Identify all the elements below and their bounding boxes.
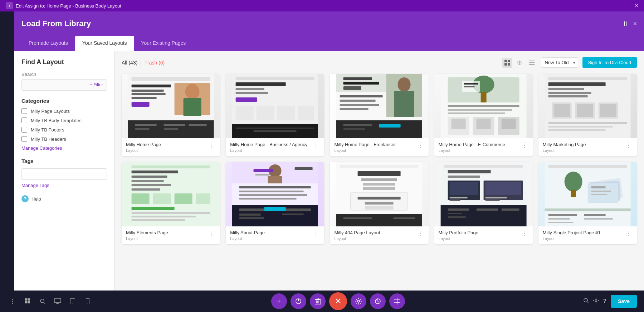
top-bar-close[interactable]: × xyxy=(635,3,638,9)
svg-rect-52 xyxy=(343,128,365,130)
svg-rect-107 xyxy=(239,186,311,188)
layout-card-5[interactable]: Milly Marketing Page Layout ⋮ xyxy=(538,74,637,156)
svg-rect-51 xyxy=(343,124,372,126)
layout-card-10[interactable]: Milly Single Project Page #1 Layout ⋮ xyxy=(538,162,637,244)
card-more-3[interactable]: ⋮ xyxy=(416,142,424,148)
svg-rect-63 xyxy=(448,112,505,114)
history-button[interactable] xyxy=(370,293,386,309)
filter-label[interactable]: + Filter xyxy=(90,82,103,87)
layout-button[interactable] xyxy=(389,293,405,309)
plus-button[interactable]: + xyxy=(6,2,13,9)
layout-card-4[interactable]: Milly Home Page - E-Commerce Layout ⋮ xyxy=(434,74,533,156)
svg-point-170 xyxy=(40,299,44,303)
category-milly-tb-headers[interactable]: Milly TB Headers xyxy=(21,136,107,142)
layout-card-3[interactable]: Milly Home Page - Freelancer Layout ⋮ xyxy=(330,74,428,156)
category-milly-page[interactable]: Milly Page Layouts xyxy=(21,108,107,114)
svg-rect-86 xyxy=(132,165,210,168)
list-view-icon[interactable] xyxy=(527,58,537,68)
layout-card-9[interactable]: Milly Portfolio Page Layout ⋮ xyxy=(434,162,533,244)
layout-card-1[interactable]: Milly Home Page Layout ⋮ xyxy=(122,74,220,156)
dots-icon[interactable]: ⋮ xyxy=(7,296,18,307)
svg-rect-167 xyxy=(28,298,30,301)
settings-right-icon[interactable] xyxy=(593,298,599,305)
layout-card-6[interactable]: Milly Elements Page Layout ⋮ xyxy=(122,162,220,244)
grid-icon[interactable] xyxy=(22,296,33,307)
svg-rect-91 xyxy=(132,188,160,191)
svg-rect-113 xyxy=(239,213,261,216)
card-image-10 xyxy=(538,162,637,226)
modal-close-icon[interactable]: × xyxy=(633,20,637,28)
top-bar: + Edit Assign to: Home Page - Business B… xyxy=(0,0,644,11)
brush-view-icon[interactable] xyxy=(514,58,525,68)
svg-rect-137 xyxy=(449,197,467,198)
help-right-icon[interactable]: ? xyxy=(603,298,607,304)
svg-rect-161 xyxy=(548,218,570,220)
svg-rect-96 xyxy=(132,207,175,210)
card-more-2[interactable]: ⋮ xyxy=(312,142,320,148)
help-item[interactable]: ? Help xyxy=(21,195,107,202)
save-button[interactable]: Save xyxy=(611,295,637,308)
card-more-6[interactable]: ⋮ xyxy=(208,230,216,236)
search-box[interactable]: + Filter xyxy=(21,79,107,91)
svg-rect-88 xyxy=(132,176,167,178)
layout-card-8[interactable]: Milly 404 Page Layout Layout ⋮ xyxy=(330,162,428,244)
card-more-4[interactable]: ⋮ xyxy=(521,142,528,148)
desktop-icon[interactable] xyxy=(52,296,63,307)
card-name-4: Milly Home Page - E-Commerce xyxy=(439,142,505,147)
card-name-8: Milly 404 Page Layout xyxy=(334,230,380,235)
card-more-1[interactable]: ⋮ xyxy=(208,142,216,148)
card-info-6: Milly Elements Page Layout ⋮ xyxy=(122,226,220,244)
svg-rect-95 xyxy=(196,193,210,204)
categories-title: Categories xyxy=(21,98,107,104)
mobile-icon[interactable] xyxy=(82,296,93,307)
layout-card-2[interactable]: Milly Home Page - Business / Agency Layo… xyxy=(226,74,324,156)
search-right-icon[interactable] xyxy=(583,298,589,305)
all-filter[interactable]: All (43) xyxy=(122,60,137,66)
svg-rect-49 xyxy=(340,108,369,110)
card-more-10[interactable]: ⋮ xyxy=(625,230,633,236)
card-more-9[interactable]: ⋮ xyxy=(521,230,528,236)
card-image-8 xyxy=(330,162,428,226)
svg-rect-117 xyxy=(264,207,286,211)
category-milly-tb-footers[interactable]: Milly TB Footers xyxy=(21,127,107,133)
category-milly-page-checkbox[interactable] xyxy=(21,108,27,114)
modal-header: Load From Library ⏸ × xyxy=(14,11,644,36)
tablet-icon[interactable] xyxy=(67,296,78,307)
category-milly-tb-headers-checkbox[interactable] xyxy=(21,136,27,142)
card-more-8[interactable]: ⋮ xyxy=(416,230,424,236)
power-button[interactable] xyxy=(291,293,306,309)
manage-categories-link[interactable]: Manage Categories xyxy=(21,145,107,151)
card-type-3: Layout xyxy=(334,148,396,153)
search-bottom-icon[interactable] xyxy=(37,296,48,307)
tab-existing[interactable]: Your Existing Pages xyxy=(134,36,193,51)
sign-in-divi-cloud-button[interactable]: Sign In To Divi Cloud xyxy=(582,57,637,68)
trash-filter[interactable]: Trash (6) xyxy=(145,60,165,66)
card-more-7[interactable]: ⋮ xyxy=(312,230,320,236)
trash-button[interactable] xyxy=(310,293,326,309)
settings-button[interactable] xyxy=(351,293,366,309)
tags-input[interactable] xyxy=(21,168,107,180)
tab-premade[interactable]: Premade Layouts xyxy=(21,36,75,51)
svg-point-176 xyxy=(72,303,73,303)
svg-rect-168 xyxy=(25,301,27,303)
category-milly-tb-body-checkbox[interactable] xyxy=(21,117,27,123)
tab-saved[interactable]: Your Saved Layouts xyxy=(75,36,134,51)
sort-select[interactable]: New To Old Old To New A to Z Z to A xyxy=(541,57,578,68)
sort-wrapper: New To Old Old To New A to Z Z to A xyxy=(541,57,578,68)
add-button[interactable]: + xyxy=(271,293,287,309)
svg-rect-83 xyxy=(548,126,613,128)
manage-tags-link[interactable]: Manage Tags xyxy=(21,183,107,188)
layout-card-7[interactable]: Milly About Page Layout ⋮ xyxy=(226,162,324,244)
close-button[interactable]: ✕ xyxy=(329,292,347,310)
pause-icon[interactable]: ⏸ xyxy=(622,20,629,28)
svg-point-178 xyxy=(87,303,88,303)
svg-rect-162 xyxy=(548,222,573,223)
svg-rect-61 xyxy=(448,105,519,107)
svg-rect-160 xyxy=(548,214,577,216)
card-name-3: Milly Home Page - Freelancer xyxy=(334,142,396,147)
content-toolbar: All (43) | Trash (6) xyxy=(122,57,637,68)
category-milly-tb-body[interactable]: Milly TB Body Templates xyxy=(21,117,107,123)
grid-view-icon[interactable] xyxy=(502,58,512,68)
category-milly-tb-footers-checkbox[interactable] xyxy=(21,127,27,133)
card-more-5[interactable]: ⋮ xyxy=(625,142,633,148)
